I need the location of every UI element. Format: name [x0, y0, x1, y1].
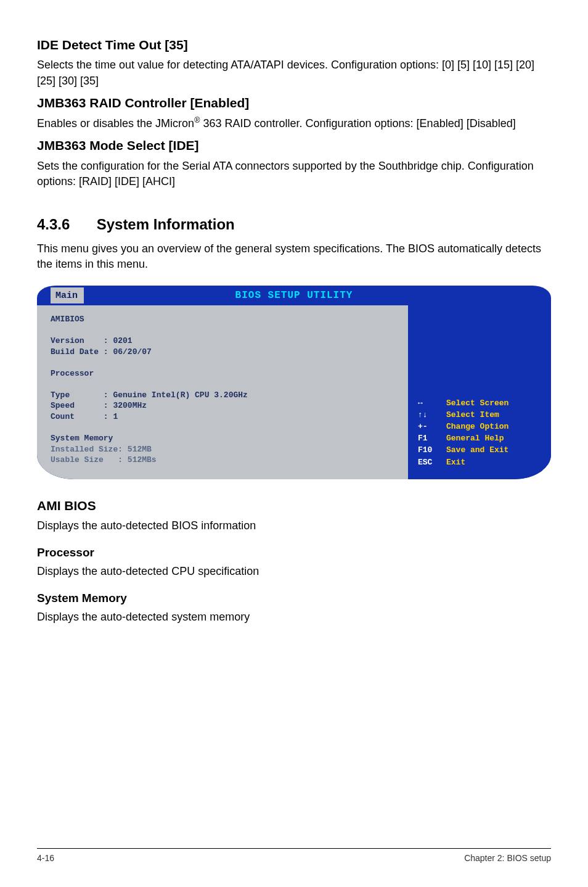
- body-jmb-raid-pre: Enables or disables the JMicron: [37, 117, 194, 130]
- body-ami-bios: Displays the auto-detected BIOS informat…: [37, 518, 551, 534]
- legend-row: +- Change Option: [418, 421, 544, 432]
- bios-title: BIOS SETUP UTILITY: [37, 289, 551, 302]
- bios-speed-value: 3200MHz: [113, 401, 147, 410]
- body-jmb-mode: Sets the configuration for the Serial AT…: [37, 159, 551, 189]
- bios-screenshot: Main BIOS SETUP UTILITY AMIBIOS Version …: [37, 286, 551, 479]
- heading-ide-detect: IDE Detect Time Out [35]: [37, 36, 551, 54]
- body-jmb-raid: Enables or disables the JMicron® 363 RAI…: [37, 115, 551, 131]
- legend-row: ↑↓ Select Item: [418, 410, 544, 421]
- heading-jmb-raid: JMB363 RAID Controller [Enabled]: [37, 94, 551, 112]
- legend-row: F1 General Help: [418, 433, 544, 444]
- body-jmb-raid-post: 363 RAID controller. Configuration optio…: [200, 117, 515, 130]
- legend-key-f1: F1: [418, 433, 439, 444]
- bios-processor-label: Processor: [51, 369, 94, 378]
- legend-label-general-help: General Help: [446, 433, 504, 444]
- bios-usable-value: 512MBs: [128, 455, 157, 464]
- bios-usable-label: Usable Size :: [51, 455, 123, 464]
- section-title-sysinfo: 4.3.6 System Information: [37, 214, 551, 235]
- legend-label-save-exit: Save and Exit: [446, 445, 508, 456]
- bios-titlebar: Main BIOS SETUP UTILITY: [37, 286, 551, 305]
- legend-key-f10: F10: [418, 445, 439, 456]
- body-sysinfo: This menu gives you an overview of the g…: [37, 241, 551, 272]
- legend-label-select-item: Select Item: [446, 410, 499, 421]
- bios-left-panel: AMIBIOS Version : 0201 Build Date : 06/2…: [37, 305, 409, 479]
- legend-label-change-option: Change Option: [446, 421, 508, 432]
- bios-tab-main[interactable]: Main: [51, 287, 84, 303]
- legend-row: F10 Save and Exit: [418, 445, 544, 456]
- bios-right-panel: ↔ Select Screen ↑↓ Select Item +- Change…: [409, 305, 551, 479]
- legend-key-arrows-lr: ↔: [418, 398, 439, 409]
- bios-type-label: Type :: [51, 390, 108, 400]
- legend-label-select-screen: Select Screen: [446, 398, 508, 409]
- section-number: 4.3.6: [37, 214, 92, 235]
- bios-installed-label: Installed Size:: [51, 445, 123, 454]
- body-processor: Displays the auto-detected CPU specifica…: [37, 564, 551, 579]
- bios-version-label: Version :: [51, 336, 108, 345]
- bios-version-value: 0201: [113, 336, 132, 345]
- bios-count-label: Count :: [51, 412, 108, 421]
- bios-build-label: Build Date :: [51, 347, 108, 357]
- bios-speed-label: Speed :: [51, 401, 108, 410]
- legend-row: ↔ Select Screen: [418, 398, 544, 409]
- bios-type-value: Genuine Intel(R) CPU 3.20GHz: [113, 390, 247, 400]
- body-system-memory: Displays the auto-detected system memory: [37, 609, 551, 625]
- legend-row: ESC Exit: [418, 457, 544, 468]
- bios-amibios: AMIBIOS: [51, 315, 84, 324]
- bios-count-value: 1: [113, 412, 118, 421]
- section-title-text: System Information: [97, 216, 235, 233]
- bios-body: AMIBIOS Version : 0201 Build Date : 06/2…: [37, 305, 551, 479]
- bios-installed-value: 512MB: [128, 445, 152, 454]
- heading-ami-bios: AMI BIOS: [37, 497, 551, 514]
- legend-key-plusminus: +-: [418, 421, 439, 432]
- body-ide-detect: Selects the time out value for detecting…: [37, 57, 551, 88]
- bios-sysmem-label: System Memory: [51, 434, 113, 443]
- bios-build-value: 06/20/07: [113, 347, 151, 357]
- legend-key-arrows-ud: ↑↓: [418, 410, 439, 421]
- legend-label-exit: Exit: [446, 457, 465, 468]
- heading-processor: Processor: [37, 545, 551, 561]
- heading-system-memory: System Memory: [37, 590, 551, 607]
- legend-key-esc: ESC: [418, 457, 439, 468]
- heading-jmb-mode: JMB363 Mode Select [IDE]: [37, 136, 551, 154]
